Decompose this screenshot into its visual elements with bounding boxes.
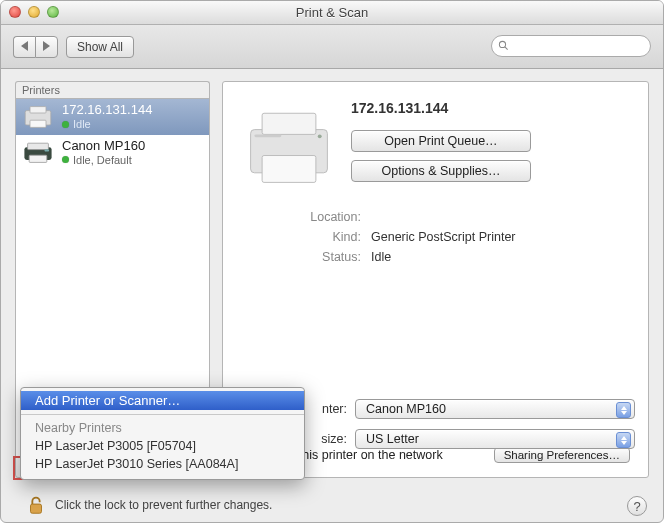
printer-list-item[interactable]: 172.16.131.144 Idle [16,99,209,135]
status-label: Status: [271,250,361,264]
status-dot-icon [62,156,69,163]
printer-name: Canon MP160 [62,139,145,154]
detail-right: 172.16.131.144 Open Print Queue… Options… [351,96,630,192]
show-all-button[interactable]: Show All [66,36,134,58]
forward-button[interactable] [35,36,58,58]
titlebar: Print & Scan [1,1,663,25]
open-print-queue-button[interactable]: Open Print Queue… [351,130,531,152]
default-paper-select[interactable]: US Letter [355,429,635,449]
printer-status: Idle [62,118,152,131]
svg-line-1 [505,47,508,50]
select-value: Canon MP160 [366,402,446,416]
nav-segment [13,36,58,58]
nearby-printer-item[interactable]: HP LaserJet P3005 [F05704] [21,437,304,455]
default-printer-label: nter: [322,402,347,416]
menu-separator [21,414,304,415]
svg-rect-3 [30,106,46,112]
location-label: Location: [271,210,361,224]
search-input[interactable] [491,35,651,57]
updown-icon [616,402,631,418]
minimize-button[interactable] [28,6,40,18]
kind-value: Generic PostScript Printer [371,230,630,244]
kind-label: Kind: [271,230,361,244]
add-popup-menu: Add Printer or Scanner… Nearby Printers … [20,387,305,480]
svg-rect-6 [28,144,49,150]
detail-grid: Location: Kind: Generic PostScript Print… [241,210,630,264]
svg-point-8 [44,150,49,152]
chevron-left-icon [21,41,28,51]
svg-rect-4 [30,120,46,127]
svg-rect-14 [31,504,42,513]
list-item-text: 172.16.131.144 Idle [62,103,152,131]
lock-text: Click the lock to prevent further change… [55,498,272,512]
printer-icon [22,104,54,130]
sidebar-header: Printers [15,81,210,98]
lock-row: Click the lock to prevent further change… [25,494,272,516]
help-button[interactable]: ? [627,496,647,516]
printer-name: 172.16.131.144 [62,103,152,118]
detail-header: 172.16.131.144 Open Print Queue… Options… [241,96,630,192]
prefs-window: Print & Scan Show All Printers [0,0,664,523]
search-field[interactable] [491,35,651,57]
printer-icon [241,96,337,192]
svg-point-13 [318,134,322,138]
status-dot-icon [62,121,69,128]
printer-status: Idle, Default [62,154,145,167]
add-printer-menu-item[interactable]: Add Printer or Scanner… [21,391,304,410]
help-icon: ? [633,499,640,514]
svg-point-0 [499,41,505,47]
svg-rect-11 [262,156,316,183]
printer-icon [22,139,54,165]
options-supplies-button[interactable]: Options & Supplies… [351,160,531,182]
location-value [371,210,630,224]
zoom-button[interactable] [47,6,59,18]
nearby-header: Nearby Printers [21,419,304,437]
svg-rect-10 [262,113,316,134]
search-icon [498,40,509,51]
nearby-printer-item[interactable]: HP LaserJet P3010 Series [AA084A] [21,455,304,473]
close-button[interactable] [9,6,21,18]
toolbar: Show All [1,25,663,69]
detail-printer-name: 172.16.131.144 [351,100,448,116]
back-button[interactable] [13,36,35,58]
svg-rect-12 [254,134,281,137]
status-value: Idle [371,250,630,264]
lock-icon[interactable] [25,494,47,516]
sharing-preferences-button[interactable]: Sharing Preferences… [494,447,630,463]
updown-icon [616,432,631,448]
select-value: US Letter [366,432,419,446]
default-printer-select[interactable]: Canon MP160 [355,399,635,419]
svg-rect-7 [29,156,47,163]
default-paper-label: size: [321,432,347,446]
list-item-text: Canon MP160 Idle, Default [62,139,145,167]
window-title: Print & Scan [296,5,368,20]
chevron-right-icon [43,41,50,51]
printer-list-item[interactable]: Canon MP160 Idle, Default [16,135,209,171]
window-controls [9,6,59,18]
